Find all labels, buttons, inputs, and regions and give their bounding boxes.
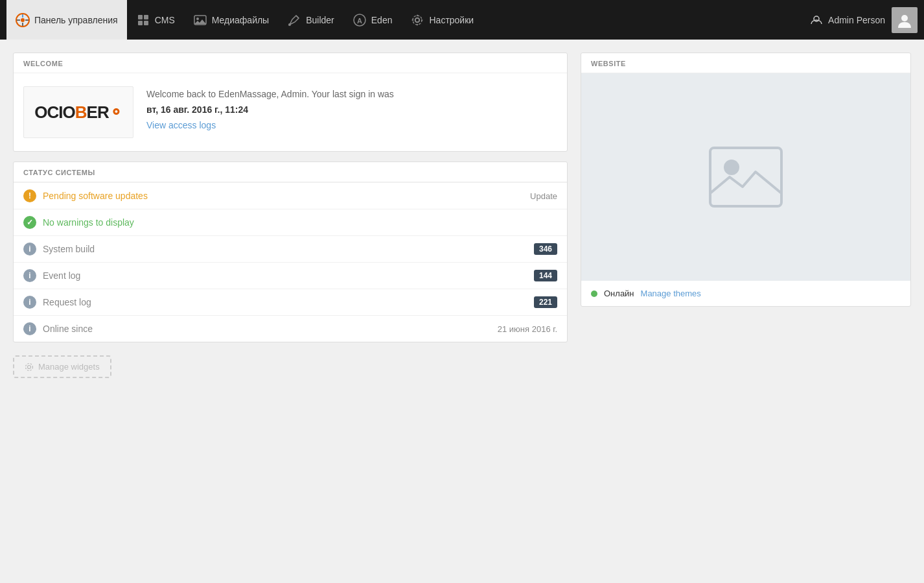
nav-eden-label: Eden [371,15,393,25]
request-log-badge: 221 [534,296,557,308]
gear-icon [25,363,34,372]
website-header: WEBSITE [581,53,910,73]
info-icon-request: i [23,296,36,309]
left-panel: WELCOME OCIOBER⚬ Welcome back to EdenMas… [13,53,568,570]
svg-rect-8 [138,21,143,25]
svg-line-12 [296,16,299,18]
dashboard-icon [16,13,30,27]
svg-point-21 [28,365,31,368]
website-preview [581,73,910,281]
manage-themes-link[interactable]: Manage themes [641,289,701,298]
status-row-event-log: i Event log 144 [14,262,567,289]
event-log-badge: 144 [534,270,557,281]
system-build-label: System build [43,244,527,254]
status-header: СТАТУС СИСТЕМЫ [14,162,567,182]
welcome-card: WELCOME OCIOBER⚬ Welcome back to EdenMas… [13,53,568,152]
no-warnings-label: No warnings to display [43,217,557,228]
nav-media[interactable]: Медиафайлы [184,0,278,40]
status-row-system-build: i System build 346 [14,235,567,262]
svg-point-13 [288,23,291,26]
builder-icon [287,13,301,27]
website-footer: Онлайн Manage themes [581,281,910,306]
svg-point-11 [196,18,199,20]
user-name: Admin Person [828,15,885,25]
pending-updates-label: Pending software updates [43,191,524,201]
nav-media-label: Медиафайлы [212,15,269,25]
settings-icon [410,13,424,27]
svg-point-17 [415,18,419,22]
warning-icon: ! [23,189,36,202]
success-icon: ✓ [23,216,36,229]
status-row-pending-updates: ! Pending software updates Update [14,182,567,209]
media-icon [193,13,207,27]
navbar: Панель управления CMS Медиафайлы [0,0,924,40]
nav-eden[interactable]: A Eden [343,0,402,40]
svg-rect-23 [710,148,781,206]
nav-cms[interactable]: CMS [127,0,184,40]
access-logs-link[interactable]: View access logs [146,120,216,130]
svg-rect-6 [138,15,143,19]
svg-text:A: A [357,17,362,25]
website-card: WEBSITE Онлайн Manage themes [581,53,911,307]
manage-widgets-label: Manage widgets [38,362,100,372]
logo-text: OCIOBER⚬ [34,102,122,123]
info-icon-event: i [23,269,36,282]
svg-point-24 [724,160,739,175]
online-since-date: 21 июня 2016 г. [498,324,557,334]
brand-label: Панель управления [34,15,118,25]
status-row-online-since: i Online since 21 июня 2016 г. [14,315,567,342]
system-status-card: СТАТУС СИСТЕМЫ ! Pending software update… [13,161,568,342]
nav-user-area[interactable]: Admin Person [803,0,892,40]
main-content: WELCOME OCIOBER⚬ Welcome back to EdenMas… [0,40,924,583]
system-build-badge: 346 [534,243,557,255]
info-icon-build: i [23,243,36,256]
right-panel: WEBSITE Онлайн Manage themes [581,53,911,570]
nav-brand[interactable]: Панель управления [6,0,127,40]
welcome-header: WELCOME [14,53,567,73]
eden-icon: A [352,13,367,27]
svg-rect-9 [144,21,148,25]
info-icon-online: i [23,322,36,335]
manage-widgets-button[interactable]: Manage widgets [13,355,111,378]
svg-rect-7 [144,15,148,19]
event-log-label: Event log [43,270,527,281]
nav-builder[interactable]: Builder [278,0,343,40]
online-status-label: Онлайн [604,289,634,298]
manage-widgets-container: Manage widgets [13,352,568,385]
october-logo: OCIOBER⚬ [23,86,133,138]
user-settings-icon [810,12,823,27]
nav-settings-label: Настройки [429,15,474,25]
update-action[interactable]: Update [530,191,557,201]
cms-icon [136,13,150,27]
nav-builder-label: Builder [306,15,334,25]
nav-cms-label: CMS [155,15,175,25]
online-status-dot [591,291,597,297]
placeholder-image-icon [707,145,785,209]
image-placeholder [707,145,785,209]
svg-point-20 [901,15,908,21]
welcome-message: Welcome back to EdenMassage, Admin. Your… [146,89,394,99]
avatar[interactable] [892,7,918,33]
status-row-request-log: i Request log 221 [14,289,567,315]
svg-point-18 [413,16,422,25]
status-row-no-warnings: ✓ No warnings to display [14,209,567,235]
request-log-label: Request log [43,297,527,307]
welcome-body: OCIOBER⚬ Welcome back to EdenMassage, Ad… [14,73,567,151]
svg-point-1 [21,18,25,22]
online-since-label: Online since [43,324,491,334]
svg-point-22 [26,363,33,370]
nav-settings[interactable]: Настройки [401,0,483,40]
welcome-text-area: Welcome back to EdenMassage, Admin. Your… [146,86,394,130]
last-signin: вт, 16 авг. 2016 г., 11:24 [146,104,394,115]
